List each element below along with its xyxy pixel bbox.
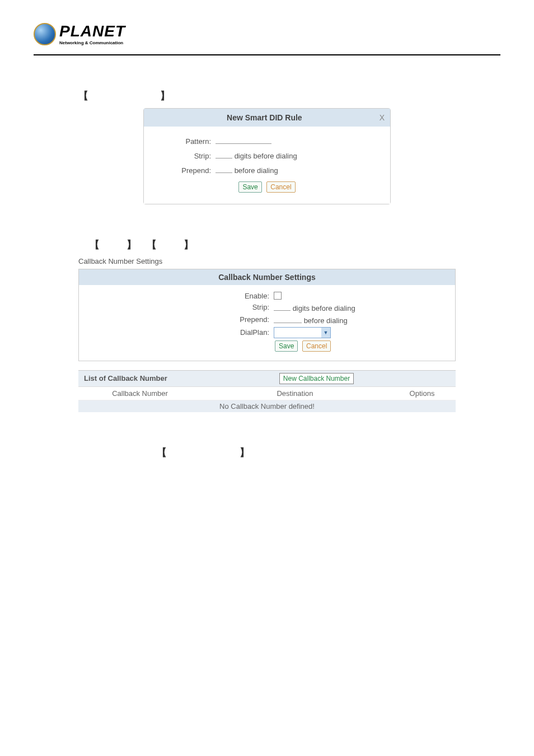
dialog-header: New Smart DID Rule X xyxy=(144,109,390,127)
prepend-suffix: before dialing xyxy=(235,166,278,175)
col-options: Options xyxy=(394,389,450,398)
right-bracket-icon: 】 xyxy=(160,89,170,102)
enable-checkbox[interactable] xyxy=(274,292,282,300)
col-callback-number: Callback Number xyxy=(84,389,196,398)
cb-button-row: Save Cancel xyxy=(90,340,444,352)
col-destination: Destination xyxy=(196,389,394,398)
enable-label: Enable: xyxy=(90,292,274,300)
cb-cancel-button[interactable]: Cancel xyxy=(302,340,331,352)
strip-suffix: digits before dialing xyxy=(235,152,297,160)
cb-prepend-label: Prepend: xyxy=(90,315,274,324)
globe-icon xyxy=(34,23,56,45)
new-smart-did-rule-dialog: New Smart DID Rule X Pattern: Strip: dig… xyxy=(143,108,391,204)
dialplan-row: DialPlan: ▼ xyxy=(90,327,444,338)
cb-prepend-input[interactable] xyxy=(274,315,302,323)
cb-prepend-suffix: before dialing xyxy=(304,316,348,325)
header-divider xyxy=(34,54,500,55)
left-bracket-icon: 【 xyxy=(90,238,100,251)
callback-settings-panel: Callback Number Settings Enable: Strip: … xyxy=(78,269,456,361)
left-bracket-icon: 【 xyxy=(157,447,167,458)
enable-row: Enable: xyxy=(90,292,444,300)
right-bracket-icon: 】 xyxy=(184,238,194,251)
left-bracket-icon: 【 xyxy=(78,89,88,102)
save-button[interactable]: Save xyxy=(238,181,261,193)
right-bracket-icon: 】 xyxy=(127,238,137,251)
dialog-button-row: Save Cancel xyxy=(155,181,379,193)
cb-prepend-row: Prepend: before dialing xyxy=(90,315,444,325)
chevron-down-icon: ▼ xyxy=(321,328,330,338)
prepend-row: Prepend: before dialing xyxy=(155,165,379,175)
cb-save-button[interactable]: Save xyxy=(275,340,298,352)
cb-strip-label: Strip: xyxy=(90,303,274,311)
right-bracket-icon: 】 xyxy=(240,447,250,458)
bottom-bracket-row: 【 】 xyxy=(157,446,500,459)
logo-area: PLANET Networking & Communication xyxy=(34,22,500,48)
section-heading-bracket-row: 【 】 xyxy=(78,89,500,102)
logo: PLANET Networking & Communication xyxy=(34,22,125,45)
list-header: List of Callback Number New Callback Num… xyxy=(78,370,456,387)
dialplan-select[interactable]: ▼ xyxy=(274,327,331,338)
cb-strip-suffix: digits before dialing xyxy=(293,304,355,312)
pattern-row: Pattern: xyxy=(155,136,379,146)
cancel-button[interactable]: Cancel xyxy=(266,181,295,193)
new-callback-number-button[interactable]: New Callback Number xyxy=(279,373,354,384)
brand-name: PLANET xyxy=(59,22,125,40)
callback-panel-body: Enable: Strip: digits before dialing Pre… xyxy=(79,285,455,361)
prepend-input[interactable] xyxy=(216,165,232,173)
pattern-label: Pattern: xyxy=(155,137,216,146)
dialog-title: New Smart DID Rule xyxy=(149,113,380,122)
section-heading-bracket-row-2: 【 】 【 】 xyxy=(90,238,500,251)
brand-tagline: Networking & Communication xyxy=(59,40,125,45)
dialplan-label: DialPlan: xyxy=(90,328,274,337)
left-bracket-icon: 【 xyxy=(147,238,157,251)
close-icon[interactable]: X xyxy=(380,113,385,122)
list-empty-message: No Callback Number defined! xyxy=(78,400,456,412)
cb-strip-input[interactable] xyxy=(274,302,291,311)
callback-panel-title: Callback Number Settings xyxy=(79,269,455,285)
dialog-body: Pattern: Strip: digits before dialing Pr… xyxy=(144,127,390,204)
strip-row: Strip: digits before dialing xyxy=(155,150,379,160)
pattern-input[interactable] xyxy=(216,136,271,144)
list-title: List of Callback Number xyxy=(84,374,239,382)
strip-label: Strip: xyxy=(155,152,216,160)
prepend-label: Prepend: xyxy=(155,166,216,175)
callback-page-title: Callback Number Settings xyxy=(78,257,500,265)
cb-strip-row: Strip: digits before dialing xyxy=(90,302,444,312)
list-columns: Callback Number Destination Options xyxy=(78,387,456,400)
strip-input[interactable] xyxy=(216,150,232,158)
